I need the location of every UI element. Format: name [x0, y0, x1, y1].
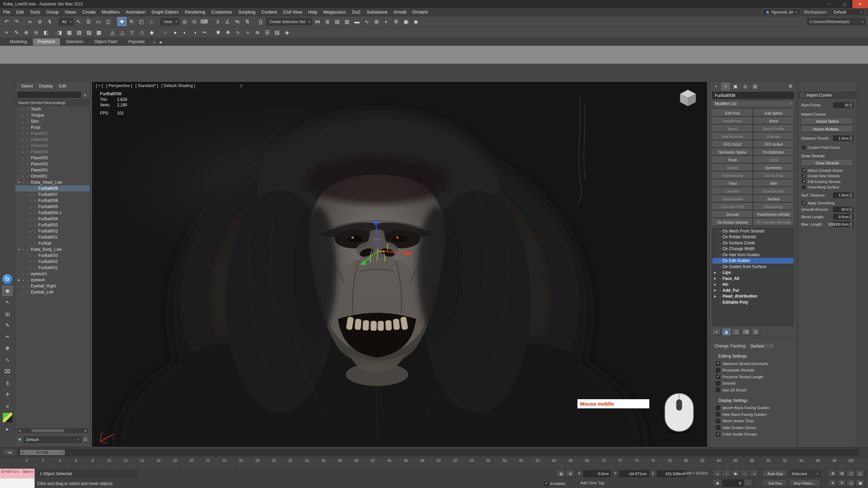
custom-point-count-checkbox[interactable]: Custom Point Count: [798, 145, 856, 150]
spinner-arrows-icon[interactable]: [849, 222, 852, 227]
blend-length-spinner[interactable]: 0.0cm: [833, 214, 853, 220]
modifier-enable-icon[interactable]: [718, 270, 723, 275]
menu-item[interactable]: Help: [305, 8, 320, 16]
menu-item[interactable]: Tools: [27, 8, 43, 16]
scene-explorer-toggle-icon[interactable]: ▤: [333, 17, 342, 26]
scene-object-row[interactable]: Plane002: [15, 161, 90, 167]
scene-object-row[interactable]: FurBall008: [15, 185, 90, 191]
select-object-icon[interactable]: ↖: [74, 17, 83, 26]
key-mode-toggle-icon[interactable]: [713, 480, 722, 487]
tool-icon[interactable]: ⊕: [22, 28, 31, 37]
modifier-button[interactable]: Ox Rotate Strands: [712, 218, 753, 226]
checkbox[interactable]: [716, 361, 720, 366]
tool-icon[interactable]: ▧: [75, 28, 84, 37]
make-unique-button[interactable]: ❏: [732, 328, 741, 336]
redo-icon[interactable]: ↷: [12, 17, 21, 26]
apply-smoothing-checkbox[interactable]: Apply Smoothing: [798, 200, 856, 206]
modifier-button[interactable]: ProOptimizer: [753, 148, 794, 156]
x-coord-field[interactable]: 0.0cm: [583, 470, 611, 477]
scene-object-row[interactable]: FurBall003: [15, 252, 90, 259]
key-selection-dropdown[interactable]: Selected: [789, 470, 821, 477]
tool-icon[interactable]: ≈: [243, 28, 252, 37]
render-icon[interactable]: ◉: [411, 17, 420, 26]
import-multiple-button[interactable]: Import Multiple...: [801, 126, 853, 133]
explorer-search-input[interactable]: [17, 92, 81, 98]
menu-item[interactable]: Ornatrix: [409, 8, 431, 16]
tool-icon[interactable]: ▩: [94, 28, 103, 37]
collapse-icon[interactable]: [801, 94, 804, 97]
viewcube[interactable]: [677, 87, 698, 108]
edit-named-selections-icon[interactable]: {}: [256, 17, 265, 26]
ribbon-options-icon[interactable]: [157, 39, 164, 45]
explorer-menu-item[interactable]: Display: [36, 84, 56, 88]
next-frame-button[interactable]: ›: [741, 470, 749, 477]
modify-tab[interactable]: ∿: [721, 83, 730, 90]
modifier-button[interactable]: Extrude: [753, 133, 794, 140]
motion-tab[interactable]: ◎: [741, 83, 750, 90]
modifier-button[interactable]: Smooth: [712, 210, 753, 218]
braid-icon[interactable]: §: [2, 378, 13, 388]
time-configuration-icon[interactable]: [744, 480, 753, 487]
stack-expander-icon[interactable]: ▶: [714, 283, 718, 286]
angle-snap-icon[interactable]: ∠: [223, 17, 232, 26]
scene-object-row[interactable]: Skin: [15, 118, 90, 124]
tool-icon[interactable]: ◑: [190, 28, 199, 37]
explorer-menu-item[interactable]: Edit: [56, 84, 69, 88]
modifier-button[interactable]: Retopology: [753, 203, 794, 210]
list-icon[interactable]: ≡: [2, 401, 13, 411]
checkbox-row[interactable]: Hide Guides Gizmo: [710, 424, 796, 431]
rollout-header[interactable]: Import Curves: [798, 92, 856, 99]
rectangular-selection-icon[interactable]: ▭: [94, 17, 103, 26]
checkbox[interactable]: [716, 412, 720, 416]
visibility-dot-icon[interactable]: [25, 119, 30, 124]
clear-search-icon[interactable]: [82, 92, 88, 98]
close-button[interactable]: ✕: [852, 0, 868, 8]
max-length-spinner[interactable]: 100000.0cm: [833, 222, 853, 227]
scene-object-row[interactable]: FurBall002: [15, 228, 90, 234]
modifier-list-dropdown[interactable]: Modifier List: [712, 100, 794, 107]
menu-item[interactable]: Rendering: [182, 8, 208, 16]
percent-snap-icon[interactable]: %: [233, 17, 242, 26]
checkbox-row[interactable]: Resample Strands: [710, 367, 796, 374]
per-view-filter-icon[interactable]: [240, 84, 242, 88]
modifier-stack-row[interactable]: ▶ Face_All: [712, 276, 794, 282]
menu-item[interactable]: Megascans: [320, 8, 349, 16]
auto-key-button[interactable]: Auto Key: [763, 470, 787, 477]
visibility-dot-icon[interactable]: [25, 174, 30, 179]
tool-icon[interactable]: ◈: [282, 28, 292, 37]
zoom-region-button[interactable]: ◱: [856, 470, 865, 477]
modifier-enable-icon[interactable]: [718, 229, 723, 233]
add-time-tag[interactable]: Add Time Tag: [580, 481, 604, 485]
modifier-button[interactable]: Edit Normals: [712, 133, 753, 140]
checkbox[interactable]: [802, 146, 806, 149]
modifier-button[interactable]: OpenSubdiv: [712, 195, 753, 203]
tool-icon[interactable]: ❉: [223, 28, 233, 37]
menu-item[interactable]: Substance: [363, 8, 390, 16]
modifier-enable-icon[interactable]: [718, 241, 723, 245]
snap-toggle-icon[interactable]: 3: [213, 17, 222, 26]
zoom-all-button[interactable]: ⊞: [838, 470, 846, 477]
tool-icon[interactable]: ⌖: [2, 28, 11, 37]
scene-object-row[interactable]: ▶ eyelash: [15, 277, 90, 283]
checkbox[interactable]: [716, 374, 720, 379]
curve-editor-icon[interactable]: ∿: [362, 17, 371, 26]
named-selection-combo[interactable]: Create Selection Set: [266, 18, 312, 25]
visibility-dot-icon[interactable]: [25, 113, 30, 118]
modifier-button[interactable]: Shell: [753, 156, 794, 164]
isolate-selection-icon[interactable]: [557, 470, 565, 477]
modifier-stack-row[interactable]: Editable Poly: [712, 299, 794, 305]
menu-item[interactable]: File: [0, 8, 13, 16]
visibility-dot-icon[interactable]: [25, 180, 30, 185]
tool-icon[interactable]: ◨: [55, 28, 64, 37]
scene-object-row[interactable]: Eyeball_Left: [15, 289, 90, 295]
menu-item[interactable]: Graph Editors: [149, 8, 182, 16]
modifier-stack-row[interactable]: ▶ Lips: [712, 270, 794, 276]
track-bar[interactable]: 0246810121416182022242628303234363840424…: [0, 457, 868, 468]
expander-icon[interactable]: ▶: [17, 279, 21, 282]
show-end-result-button[interactable]: ▣: [722, 328, 731, 336]
mini-curve-editor-button[interactable]: [3, 449, 16, 456]
scene-object-row[interactable]: Tongue: [15, 112, 90, 118]
tool-icon[interactable]: ▦: [65, 28, 74, 37]
visibility-dot-icon[interactable]: [33, 241, 37, 246]
previous-frame-arrow-icon[interactable]: [22, 451, 23, 454]
